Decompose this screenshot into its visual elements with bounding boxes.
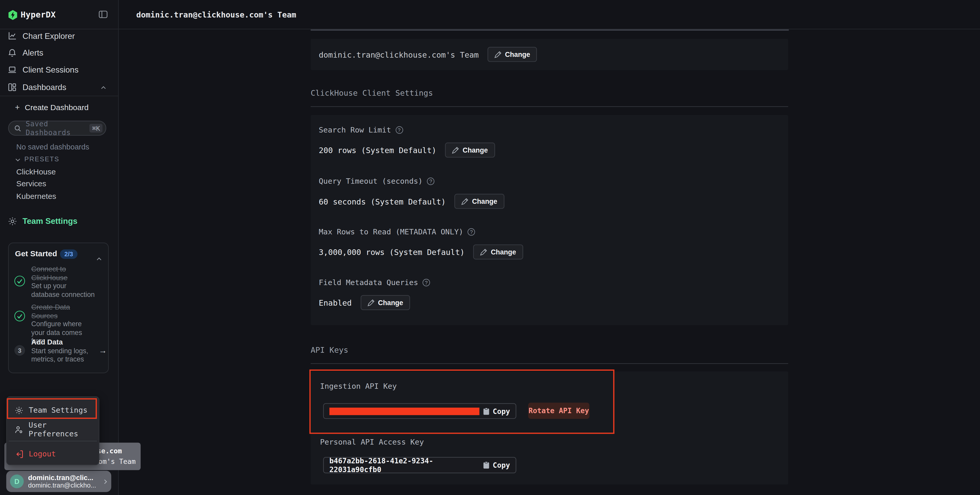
menu-item-team-settings[interactable]: Team Settings [7, 401, 99, 420]
sidebar-item-label: Alerts [22, 48, 43, 57]
arrow-right-icon[interactable]: → [99, 346, 107, 355]
menu-item-logout[interactable]: Logout [7, 444, 99, 463]
change-search-row-limit-button[interactable]: Change [445, 143, 495, 158]
setting-value-row: Enabled Change [319, 295, 410, 310]
step-desc: Set up your database connection [31, 282, 97, 299]
help-icon[interactable]: ? [427, 178, 434, 185]
change-label: Change [505, 51, 530, 58]
step-title: Connect to ClickHouse [31, 265, 97, 282]
clipboard-icon [483, 461, 490, 469]
setting-label-row: Max Rows to Read (METADATA ONLY) ? [319, 228, 475, 236]
preset-clickhouse[interactable]: ClickHouse [16, 167, 56, 176]
chevron-up-icon [101, 86, 106, 90]
personal-key-field: b467a2bb-2618-41e2-9234-22031a90cfb0 Cop… [323, 457, 516, 473]
search-icon [14, 125, 21, 132]
get-started-panel: Get Started 2/3 Connect to ClickHouse Se… [8, 243, 109, 373]
personal-key-label: Personal API Access Key [320, 438, 424, 446]
setting-label: Max Rows to Read (METADATA ONLY) [319, 228, 463, 236]
step-title: Add Data [31, 338, 97, 347]
help-icon[interactable]: ? [423, 279, 430, 286]
preset-kubernetes[interactable]: Kubernetes [16, 192, 56, 201]
setting-value: 3,000,000 rows (System Default) [319, 247, 465, 256]
logo-text: HyperDX [21, 10, 56, 19]
setting-value-row: 3,000,000 rows (System Default) Change [319, 244, 523, 259]
create-dashboard-label: Create Dashboard [25, 103, 89, 111]
hyperdx-logo-icon [8, 10, 18, 20]
change-team-name-button[interactable]: Change [487, 47, 537, 62]
copy-ingestion-key-button[interactable]: Copy [483, 407, 510, 415]
help-icon[interactable]: ? [468, 228, 475, 236]
copy-personal-key-button[interactable]: Copy [483, 461, 510, 470]
sidebar-divider [0, 96, 118, 96]
sidebar-item-chart-explorer[interactable]: Chart Explorer [8, 29, 111, 42]
menu-item-user-preferences[interactable]: User Preferences [7, 420, 99, 439]
top-bar: dominic.tran@clickhouse.com's Team [119, 0, 980, 29]
section-heading-client-settings: ClickHouse Client Settings [311, 88, 433, 97]
sidebar-item-label: Dashboards [22, 82, 66, 92]
sidebar-item-alerts[interactable]: Alerts [8, 46, 111, 59]
get-started-title: Get Started [15, 250, 57, 258]
sidebar-item-client-sessions[interactable]: Client Sessions [8, 63, 111, 76]
setting-label: Search Row Limit [319, 126, 391, 134]
change-max-rows-button[interactable]: Change [473, 244, 523, 259]
check-circle-icon [14, 311, 25, 322]
team-settings-label: Team Settings [22, 216, 78, 226]
logo-row: HyperDX [0, 0, 118, 29]
pencil-icon [494, 51, 501, 58]
tooltip-line1: se.com [97, 447, 122, 455]
ingestion-key-label: Ingestion API Key [320, 382, 397, 391]
team-name-card: dominic.tran@clickhouse.com's Team Chang… [311, 39, 788, 70]
redacted-key-bar [329, 407, 479, 415]
presets-toggle[interactable]: PRESETS [16, 155, 59, 162]
chart-explorer-icon [8, 32, 16, 40]
laptop-icon [8, 65, 16, 73]
pencil-icon [367, 299, 374, 306]
get-started-item[interactable]: Add Data Start sending logs, metrics, or… [31, 338, 97, 363]
logout-icon [15, 450, 23, 458]
sidebar-item-team-settings[interactable]: Team Settings [8, 216, 78, 226]
change-label: Change [463, 146, 488, 154]
setting-label-row: Field Metadata Queries ? [319, 278, 430, 287]
get-started-item[interactable]: Connect to ClickHouse Set up your databa… [31, 265, 97, 299]
sidebar-item-dashboards[interactable]: Dashboards [8, 81, 111, 93]
chevron-up-icon[interactable] [97, 258, 101, 262]
setting-label-row: Search Row Limit ? [319, 126, 403, 134]
setting-value: 60 seconds (System Default) [319, 197, 446, 206]
help-icon[interactable]: ? [395, 126, 403, 134]
setting-label-row: Query Timeout (seconds) ? [319, 177, 434, 186]
pencil-icon [480, 248, 487, 255]
chevron-down-icon [16, 157, 20, 161]
sidebar-collapse-icon[interactable] [99, 11, 108, 18]
personal-key-value: b467a2bb-2618-41e2-9234-22031a90cfb0 [329, 457, 484, 474]
progress-badge: 2/3 [60, 250, 78, 259]
presets-label: PRESETS [24, 155, 59, 162]
avatar: D [10, 474, 24, 488]
preset-services[interactable]: Services [16, 179, 46, 188]
rotate-api-key-button[interactable]: Rotate API Key [528, 403, 589, 419]
change-field-metadata-button[interactable]: Change [360, 295, 410, 310]
user-gear-icon [15, 425, 23, 434]
setting-label: Personal API Access Key [320, 438, 424, 446]
scrolled-section-edge [311, 29, 789, 30]
tooltip-line2: com's Team [94, 458, 135, 466]
user-name: dominic.tran@clic... [28, 474, 99, 481]
section-divider [311, 363, 788, 364]
hyperdx-app: HyperDX Chart Explorer Alerts Cl [0, 0, 980, 495]
menu-item-label: Logout [29, 449, 56, 458]
copy-label: Copy [493, 407, 510, 415]
menu-item-label: Team Settings [29, 406, 88, 414]
user-account-button[interactable]: D dominic.tran@clic... dominic.tran@clic… [6, 471, 111, 492]
section-divider [311, 106, 788, 107]
check-circle-icon [14, 276, 25, 286]
clipboard-icon [483, 407, 490, 415]
change-label: Change [472, 197, 497, 205]
setting-value: Enabled [319, 298, 352, 307]
create-dashboard-button[interactable]: + Create Dashboard [15, 103, 89, 112]
change-query-timeout-button[interactable]: Change [455, 194, 504, 209]
ingestion-key-field: Copy [323, 403, 516, 419]
saved-dashboards-search[interactable]: Saved Dashboards ⌘K [8, 121, 107, 135]
bell-icon [8, 49, 16, 57]
step-title: Create Data Sources [31, 303, 97, 320]
menu-item-label: User Preferences [29, 421, 99, 438]
change-label: Change [378, 299, 403, 306]
